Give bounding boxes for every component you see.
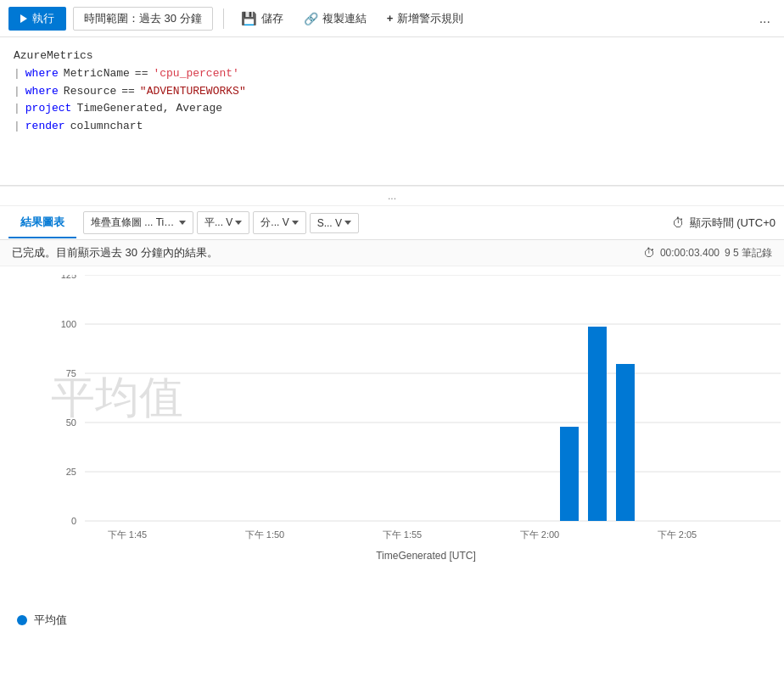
code-op-2: == xyxy=(121,83,135,101)
code-line-5: | render columnchart xyxy=(14,118,770,136)
code-editor[interactable]: AzureMetrics | where MetricName == 'cpu_… xyxy=(0,37,784,186)
split-dropdown[interactable]: 分... V xyxy=(253,211,305,234)
save-label: 儲存 xyxy=(261,11,283,26)
chart-type-chevron xyxy=(179,221,186,225)
code-line-4: | project TimeGenerated, Average xyxy=(14,100,770,118)
record-count: 9 5 筆記錄 xyxy=(725,246,772,260)
status-bar: 已完成。目前顯示過去 30 分鐘內的結果。 ⏱ 00:00:03.400 9 5… xyxy=(0,240,784,266)
link-icon: 🔗 xyxy=(304,12,318,25)
avg-chevron xyxy=(235,221,242,225)
svg-text:75: 75 xyxy=(66,368,76,378)
code-pipe-2: | xyxy=(14,65,20,83)
chart-legend: 平均值 xyxy=(0,606,784,635)
time-range-button[interactable]: 時間範圍：過去 30 分鐘 xyxy=(73,7,213,31)
bar-2 xyxy=(588,327,607,521)
code-pipe-4: | xyxy=(14,100,20,118)
more-icon: ... xyxy=(759,11,770,25)
code-line-2: | where MetricName == 'cpu_percent' xyxy=(14,65,770,83)
svg-text:100: 100 xyxy=(61,319,76,329)
avg-dropdown[interactable]: 平... V xyxy=(197,211,249,234)
save-icon: 💾 xyxy=(241,11,257,26)
code-field-1: MetricName xyxy=(64,65,130,83)
svg-text:下午 1:50: 下午 1:50 xyxy=(245,529,284,540)
code-pipe-3: | xyxy=(14,83,20,101)
code-val-2: "ADVENTUREWORKS" xyxy=(140,83,246,101)
svg-text:下午 1:45: 下午 1:45 xyxy=(108,529,147,540)
code-field-2: Resource xyxy=(64,83,116,101)
code-table-name: AzureMetrics xyxy=(14,48,93,65)
run-label: 執行 xyxy=(32,11,54,26)
code-kw-where-2: where xyxy=(25,83,59,101)
toolbar-separator xyxy=(223,8,224,29)
copy-link-label: 複製連結 xyxy=(322,11,367,26)
svg-text:50: 50 xyxy=(66,417,76,428)
new-alert-label: 新增警示規則 xyxy=(397,11,463,26)
execution-time: 00:00:03.400 xyxy=(660,247,720,259)
play-icon xyxy=(20,14,27,23)
save-button[interactable]: 💾 儲存 xyxy=(234,8,290,30)
status-right: ⏱ 00:00:03.400 9 5 筆記錄 xyxy=(643,246,772,260)
more-button[interactable]: ... xyxy=(754,9,776,28)
code-line-1: AzureMetrics xyxy=(14,48,770,65)
toolbar: 執行 時間範圍：過去 30 分鐘 💾 儲存 🔗 複製連結 + 新增警示規則 ..… xyxy=(0,0,784,37)
code-kw-render: render xyxy=(25,118,65,136)
code-op-1: == xyxy=(135,65,148,83)
code-val-1: 'cpu_percent' xyxy=(153,65,238,83)
chart-area: 平均值 0 25 50 75 100 125 下午 1:45 下午 1:50 下… xyxy=(0,266,784,606)
svg-text:下午 2:05: 下午 2:05 xyxy=(658,529,697,540)
section-separator: ... xyxy=(0,186,784,206)
new-alert-button[interactable]: + 新增警示規則 xyxy=(380,8,471,30)
svg-text:下午 1:55: 下午 1:55 xyxy=(383,529,422,540)
svg-text:0: 0 xyxy=(71,516,76,526)
time-display-label[interactable]: 顯示時間 (UTC+0 xyxy=(690,215,776,231)
x-axis-title: TimeGenerated [UTC] xyxy=(85,550,767,562)
clock-icon: ⏱ xyxy=(672,215,685,230)
code-project-fields: TimeGenerated, Average xyxy=(76,100,222,118)
svg-text:25: 25 xyxy=(66,467,76,477)
svg-text:下午 2:00: 下午 2:00 xyxy=(520,529,559,540)
code-line-3: | where Resource == "ADVENTUREWORKS" xyxy=(14,83,770,101)
results-tabs: 結果圖表 堆疊直條圖 ... TimeGene... 平... V 分... V… xyxy=(0,206,784,240)
code-kw-where-1: where xyxy=(25,65,59,83)
legend-label: 平均值 xyxy=(34,613,67,628)
chart-type-dropdown[interactable]: 堆疊直條圖 ... TimeGene... xyxy=(83,211,193,234)
time-range-label: 時間範圍：過去 30 分鐘 xyxy=(84,11,202,26)
code-kw-project: project xyxy=(25,100,72,118)
status-clock-icon: ⏱ xyxy=(643,246,655,260)
legend-dot xyxy=(17,615,27,625)
tab-results-chart[interactable]: 結果圖表 xyxy=(8,208,76,238)
bar-1 xyxy=(560,427,579,521)
status-text: 已完成。目前顯示過去 30 分鐘內的結果。 xyxy=(12,245,218,260)
run-button[interactable]: 執行 xyxy=(8,7,66,31)
plus-icon: + xyxy=(387,12,394,25)
s-dropdown[interactable]: S... V xyxy=(310,213,359,233)
split-chevron xyxy=(292,221,299,225)
copy-link-button[interactable]: 🔗 複製連結 xyxy=(297,8,373,30)
code-render-type: columnchart xyxy=(70,118,143,136)
svg-text:125: 125 xyxy=(61,275,76,280)
tabs-right-section: ⏱ 顯示時間 (UTC+0 xyxy=(672,215,776,231)
bar-3 xyxy=(616,364,635,521)
chart-svg: 0 25 50 75 100 125 下午 1:45 下午 1:50 下午 1:… xyxy=(51,275,784,546)
s-chevron xyxy=(344,221,351,225)
code-pipe-5: | xyxy=(14,118,20,136)
